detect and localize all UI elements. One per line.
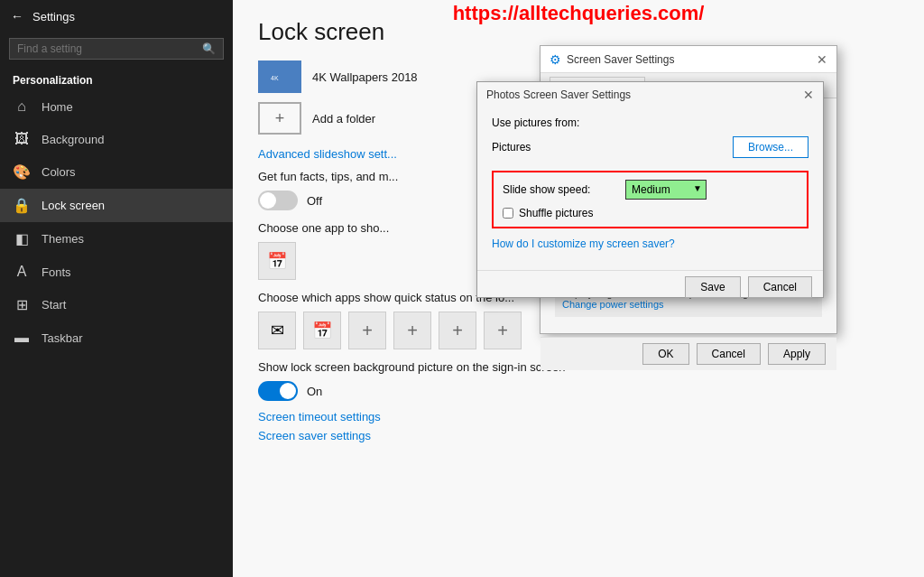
main-content: https://alltechqueries.com/ Lock screen … — [233, 0, 924, 577]
search-input[interactable] — [17, 42, 202, 55]
sidebar-item-start[interactable]: ⊞ Start — [0, 288, 233, 321]
speed-value: Medium — [632, 183, 670, 196]
sidebar-item-background[interactable]: 🖼 Background — [0, 123, 233, 155]
screensaver-dialog-icon: ⚙ — [550, 52, 561, 67]
sidebar-item-taskbar[interactable]: ▬ Taskbar — [0, 321, 233, 354]
speed-label: Slide show speed: — [503, 183, 611, 196]
sidebar-item-lockscreen-label: Lock screen — [42, 199, 105, 212]
quick-status-add-4[interactable]: + — [484, 312, 522, 349]
wallpaper-thumb: 4K — [258, 60, 301, 93]
toggle-on-label: On — [307, 385, 322, 398]
toggle-on-row: On — [258, 381, 899, 401]
photos-cancel-button[interactable]: Cancel — [748, 276, 812, 298]
screensaver-dialog-titlebar: ⚙ Screen Saver Settings ✕ — [541, 46, 836, 73]
shuffle-checkbox[interactable] — [503, 208, 513, 219]
quick-status-mail[interactable]: ✉ — [258, 312, 296, 349]
sidebar-item-lockscreen[interactable]: 🔒 Lock screen — [0, 189, 233, 222]
photos-dialog-body: Use pictures from: Pictures Browse... Sl… — [477, 107, 823, 270]
use-pictures-from-label: Use pictures from: — [492, 116, 808, 129]
section-label: Personalization — [0, 67, 233, 90]
shuffle-label: Shuffle pictures — [519, 207, 594, 219]
pictures-label: Pictures — [492, 141, 531, 154]
sidebar-item-taskbar-label: Taskbar — [42, 331, 83, 345]
sidebar-item-start-label: Start — [42, 298, 66, 312]
photos-dialog-title: Photos Screen Saver Settings — [486, 88, 631, 101]
sidebar-item-background-label: Background — [42, 133, 104, 146]
slideshow-speed-row: Slide show speed: Medium ▼ — [503, 180, 798, 200]
add-folder-label: Add a folder — [312, 112, 375, 126]
photos-close-button[interactable]: ✕ — [803, 88, 814, 102]
photos-bottom-buttons: Save Cancel — [477, 270, 823, 303]
pictures-row: Pictures Browse... — [492, 136, 808, 158]
screensaver-apply-button[interactable]: Apply — [768, 343, 826, 365]
sidebar-title: Settings — [32, 10, 75, 23]
quick-status-add-3[interactable]: + — [439, 312, 476, 349]
browse-button[interactable]: Browse... — [733, 136, 808, 158]
themes-icon: ◧ — [13, 230, 31, 247]
toggle-on[interactable] — [258, 381, 298, 401]
screen-saver-link[interactable]: Screen saver settings — [258, 429, 899, 442]
quick-status-add-1[interactable]: + — [348, 312, 386, 349]
watermark: https://alltechqueries.com/ — [453, 2, 705, 25]
sidebar-item-home[interactable]: ⌂ Home — [0, 90, 233, 123]
home-icon: ⌂ — [13, 98, 31, 115]
screensaver-close-button[interactable]: ✕ — [817, 52, 827, 67]
photos-dialog-titlebar: Photos Screen Saver Settings ✕ — [477, 82, 823, 107]
search-icon: 🔍 — [202, 42, 216, 55]
screensaver-bottom-buttons: OK Cancel Apply — [541, 337, 836, 370]
svg-text:4K: 4K — [271, 75, 279, 81]
highlight-box: Slide show speed: Medium ▼ Shuffle pictu… — [492, 171, 808, 228]
start-icon: ⊞ — [13, 296, 31, 313]
taskbar-icon: ▬ — [13, 330, 31, 346]
sidebar: ← Settings 🔍 Personalization ⌂ Home 🖼 Ba… — [0, 0, 233, 577]
fonts-icon: A — [13, 264, 31, 280]
search-box[interactable]: 🔍 — [9, 38, 224, 60]
customize-link[interactable]: How do I customize my screen saver? — [492, 237, 808, 250]
screensaver-dialog-title: Screen Saver Settings — [567, 53, 674, 66]
dropdown-arrow-icon: ▼ — [693, 183, 702, 193]
quick-status-calendar[interactable]: 📅 — [303, 312, 341, 349]
screen-timeout-link[interactable]: Screen timeout settings — [258, 410, 899, 423]
lock-icon: 🔒 — [13, 197, 31, 214]
screensaver-cancel-button[interactable]: Cancel — [697, 343, 761, 365]
sidebar-nav: ⌂ Home 🖼 Background 🎨 Colors 🔒 Lock scre… — [0, 90, 233, 577]
quick-status-add-2[interactable]: + — [393, 312, 431, 349]
sidebar-item-home-label: Home — [42, 100, 73, 114]
colors-icon: 🎨 — [13, 163, 31, 181]
photos-save-button[interactable]: Save — [685, 276, 740, 298]
sidebar-item-fonts[interactable]: A Fonts — [0, 256, 233, 288]
shuffle-row: Shuffle pictures — [503, 207, 798, 219]
back-button[interactable]: ← — [11, 9, 23, 23]
screensaver-ok-button[interactable]: OK — [642, 343, 688, 365]
sidebar-item-themes-label: Themes — [42, 232, 84, 246]
sidebar-item-themes[interactable]: ◧ Themes — [0, 222, 233, 256]
add-folder-icon: + — [258, 102, 301, 135]
speed-dropdown[interactable]: Medium ▼ — [625, 180, 707, 200]
sidebar-item-fonts-label: Fonts — [42, 265, 71, 279]
photos-screensaver-dialog: Photos Screen Saver Settings ✕ Use pictu… — [476, 81, 824, 298]
toggle-off[interactable] — [258, 191, 298, 210]
sidebar-title-bar: ← Settings — [0, 0, 233, 33]
background-icon: 🖼 — [13, 131, 31, 147]
app-icon-calendar[interactable]: 📅 — [258, 242, 296, 280]
wallpaper-label: 4K Wallpapers 2018 — [312, 70, 418, 84]
toggle-off-label: Off — [307, 194, 322, 208]
sidebar-item-colors-label: Colors — [42, 165, 76, 179]
sidebar-item-colors[interactable]: 🎨 Colors — [0, 155, 233, 189]
